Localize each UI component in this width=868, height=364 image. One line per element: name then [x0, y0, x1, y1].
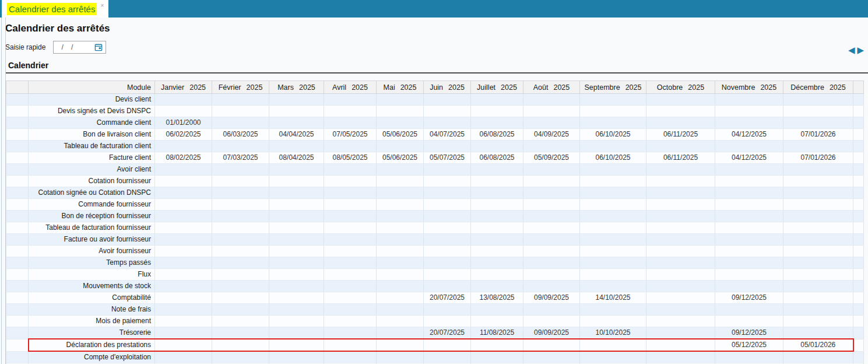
- date-cell[interactable]: [155, 199, 212, 211]
- date-cell[interactable]: [155, 257, 212, 269]
- date-cell[interactable]: [523, 94, 580, 106]
- date-cell[interactable]: [377, 211, 424, 222]
- row-selector[interactable]: [6, 304, 29, 316]
- date-cell[interactable]: [212, 222, 269, 234]
- date-cell[interactable]: [646, 141, 715, 152]
- quick-entry-date-input[interactable]: / /: [53, 41, 106, 54]
- date-cell[interactable]: [471, 117, 523, 129]
- date-cell[interactable]: [155, 304, 212, 316]
- date-cell[interactable]: [155, 94, 212, 106]
- date-cell[interactable]: [212, 199, 269, 211]
- date-cell[interactable]: [324, 269, 377, 281]
- row-selector[interactable]: [6, 199, 29, 211]
- row-selector[interactable]: [6, 141, 29, 152]
- date-cell[interactable]: [580, 339, 646, 351]
- date-cell[interactable]: [424, 211, 471, 222]
- date-cell[interactable]: [269, 246, 324, 257]
- date-cell[interactable]: [212, 351, 269, 363]
- calendar-icon[interactable]: [94, 43, 103, 51]
- date-cell[interactable]: [471, 106, 523, 117]
- date-cell[interactable]: [377, 269, 424, 281]
- date-cell[interactable]: [471, 269, 523, 281]
- date-cell[interactable]: [269, 257, 324, 269]
- date-cell[interactable]: [471, 246, 523, 257]
- row-selector[interactable]: [6, 327, 29, 340]
- date-cell[interactable]: [715, 117, 783, 129]
- date-cell[interactable]: [523, 187, 580, 199]
- date-cell[interactable]: [324, 117, 377, 129]
- date-cell[interactable]: [471, 164, 523, 176]
- date-cell[interactable]: [580, 246, 646, 257]
- date-cell[interactable]: [646, 327, 715, 340]
- date-cell[interactable]: [377, 351, 424, 363]
- date-cell[interactable]: 08/02/2025: [155, 152, 212, 164]
- date-cell[interactable]: [424, 164, 471, 176]
- date-cell[interactable]: [155, 141, 212, 152]
- date-cell[interactable]: [471, 176, 523, 187]
- date-cell[interactable]: 08/05/2025: [324, 152, 377, 164]
- date-cell[interactable]: [783, 106, 853, 117]
- date-cell[interactable]: 06/11/2025: [646, 129, 715, 141]
- date-cell[interactable]: 05/06/2025: [377, 152, 424, 164]
- row-selector[interactable]: [6, 187, 29, 199]
- date-cell[interactable]: [523, 199, 580, 211]
- row-selector[interactable]: [6, 176, 29, 187]
- date-cell[interactable]: [155, 292, 212, 304]
- date-cell[interactable]: [324, 339, 377, 351]
- date-cell[interactable]: [783, 117, 853, 129]
- date-cell[interactable]: [377, 176, 424, 187]
- date-cell[interactable]: [212, 281, 269, 292]
- date-cell[interactable]: [580, 304, 646, 316]
- date-cell[interactable]: [580, 281, 646, 292]
- date-cell[interactable]: [324, 351, 377, 363]
- date-cell[interactable]: [155, 222, 212, 234]
- date-cell[interactable]: [646, 211, 715, 222]
- date-cell[interactable]: [377, 316, 424, 327]
- date-cell[interactable]: [646, 187, 715, 199]
- date-cell[interactable]: [324, 281, 377, 292]
- date-cell[interactable]: [646, 234, 715, 246]
- date-cell[interactable]: [424, 234, 471, 246]
- date-cell[interactable]: [715, 257, 783, 269]
- date-cell[interactable]: [377, 246, 424, 257]
- date-cell[interactable]: [783, 94, 853, 106]
- row-selector[interactable]: [6, 292, 29, 304]
- date-cell[interactable]: [523, 211, 580, 222]
- date-cell[interactable]: [783, 222, 853, 234]
- date-cell[interactable]: [580, 106, 646, 117]
- date-cell[interactable]: [715, 281, 783, 292]
- date-cell[interactable]: [523, 316, 580, 327]
- date-cell[interactable]: [269, 187, 324, 199]
- date-cell[interactable]: [377, 257, 424, 269]
- date-cell[interactable]: [646, 269, 715, 281]
- date-cell[interactable]: 09/12/2025: [715, 292, 783, 304]
- date-cell[interactable]: [715, 211, 783, 222]
- date-cell[interactable]: [715, 269, 783, 281]
- date-cell[interactable]: 06/08/2025: [471, 129, 523, 141]
- date-cell[interactable]: [269, 281, 324, 292]
- date-cell[interactable]: 06/08/2025: [471, 152, 523, 164]
- date-cell[interactable]: [212, 117, 269, 129]
- date-cell[interactable]: 09/09/2025: [523, 292, 580, 304]
- date-cell[interactable]: 07/03/2025: [212, 152, 269, 164]
- date-cell[interactable]: [523, 246, 580, 257]
- date-cell[interactable]: [424, 199, 471, 211]
- date-cell[interactable]: [212, 106, 269, 117]
- date-cell[interactable]: [212, 339, 269, 351]
- date-cell[interactable]: [269, 292, 324, 304]
- date-cell[interactable]: [783, 211, 853, 222]
- date-cell[interactable]: [424, 187, 471, 199]
- date-cell[interactable]: [212, 164, 269, 176]
- date-cell[interactable]: [646, 292, 715, 304]
- date-cell[interactable]: [783, 187, 853, 199]
- date-cell[interactable]: [646, 246, 715, 257]
- row-selector[interactable]: [6, 246, 29, 257]
- row-selector[interactable]: [6, 152, 29, 164]
- date-cell[interactable]: [424, 316, 471, 327]
- date-cell[interactable]: [269, 339, 324, 351]
- date-cell[interactable]: [715, 304, 783, 316]
- next-arrow-icon[interactable]: ▶: [857, 46, 864, 54]
- date-cell[interactable]: [646, 281, 715, 292]
- date-cell[interactable]: [324, 176, 377, 187]
- date-cell[interactable]: [580, 222, 646, 234]
